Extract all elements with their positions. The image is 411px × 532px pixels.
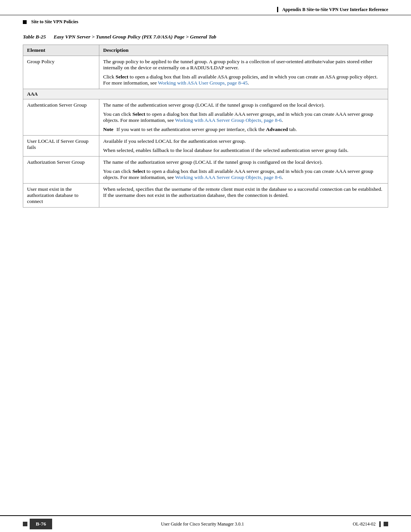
element-label: Authentication Server Group	[27, 102, 87, 108]
table-row: Authentication Server Group The name of …	[23, 99, 388, 136]
table-header-row: Element Description	[23, 45, 388, 56]
desc-para-2: Click Select to open a dialog box that l…	[103, 74, 384, 86]
page-wrapper: Appendix B Site-to-Site VPN User Interfa…	[0, 0, 411, 532]
table-description: Easy VPN Server > Tunnel Group Policy (P…	[54, 34, 216, 40]
table-row: User LOCAL if Server Group fails Availab…	[23, 136, 388, 157]
link-aaa-server-group-2[interactable]: Working with AAA Server Group Objects, p…	[175, 174, 282, 180]
element-label: Authorization Server Group	[27, 159, 84, 165]
desc-para-auth-2: You can click Select to open a dialog bo…	[103, 111, 384, 123]
select-bold-1: Select	[116, 74, 129, 80]
desc-para-1: The group policy to be applied to the tu…	[103, 59, 384, 71]
note-label: Note	[103, 126, 113, 133]
link-asa-user-groups[interactable]: Working with ASA User Groups, page 8-45	[158, 80, 248, 86]
desc-para-local-2: When selected, enables fallback to the l…	[103, 147, 384, 153]
table-number: Table B-25	[23, 34, 46, 40]
footer-center-text: User Guide for Cisco Security Manager 3.…	[161, 521, 244, 527]
footer-right-bullet	[384, 522, 388, 526]
footer: B-76 User Guide for Cisco Security Manag…	[0, 515, 411, 532]
section-header-aaa-cell: AAA	[23, 89, 388, 99]
element-label: User must exist in the authorization dat…	[27, 186, 78, 204]
desc-cell-user-local: Available if you selected LOCAL for the …	[99, 136, 388, 157]
element-cell-user-must-exist: User must exist in the authorization dat…	[23, 184, 99, 208]
element-cell-authz-server: Authorization Server Group	[23, 157, 99, 184]
desc-cell-user-must-exist: When selected, specifies that the userna…	[99, 184, 388, 208]
note-row-auth: Note If you want to set the authenticati…	[103, 126, 384, 133]
element-cell-user-local: User LOCAL if Server Group fails	[23, 136, 99, 157]
desc-para-authz-1: The name of the authorization server gro…	[103, 159, 384, 165]
element-label: User LOCAL if Server Group fails	[27, 138, 88, 150]
desc-cell-group-policy: The group policy to be applied to the tu…	[99, 56, 388, 89]
table-row: Authorization Server Group The name of t…	[23, 157, 388, 184]
link-aaa-server-group-1[interactable]: Working with AAA Server Group Objects, p…	[175, 117, 282, 123]
desc-para-auth-1: The name of the authentication server gr…	[103, 102, 384, 108]
main-content: Table B-25 Easy VPN Server > Tunnel Grou…	[0, 30, 411, 219]
main-table: Element Description Group Policy The gro…	[23, 45, 388, 208]
select-bold-3: Select	[132, 168, 145, 174]
breadcrumb-text: Site to Site VPN Policies	[31, 19, 78, 25]
footer-bullet	[23, 522, 27, 526]
footer-left: B-76	[23, 519, 52, 529]
footer-doc-number: OL-8214-02	[353, 521, 381, 527]
desc-para-must-1: When selected, specifies that the userna…	[103, 186, 384, 198]
table-title: Table B-25 Easy VPN Server > Tunnel Grou…	[23, 34, 388, 40]
col-header-description: Description	[99, 45, 388, 56]
footer-page-number: B-76	[30, 519, 52, 529]
desc-para-local-1: Available if you selected LOCAL for the …	[103, 138, 384, 144]
element-cell-group-policy: Group Policy	[23, 56, 99, 89]
desc-cell-auth-server: The name of the authentication server gr…	[99, 99, 388, 136]
subheader: Site to Site VPN Policies	[0, 17, 411, 30]
table-row: Group Policy The group policy to be appl…	[23, 56, 388, 89]
breadcrumb-bullet	[23, 20, 27, 24]
element-label: Group Policy	[27, 59, 54, 64]
advanced-bold: Advanced	[266, 126, 288, 132]
desc-cell-authz-server: The name of the authorization server gro…	[99, 157, 388, 184]
note-text: If you want to set the authentication se…	[116, 126, 297, 133]
section-header-aaa: AAA	[23, 89, 388, 99]
header-right-text: Appendix B Site-to-Site VPN User Interfa…	[277, 7, 388, 12]
breadcrumb: Site to Site VPN Policies	[23, 19, 388, 25]
footer-right: OL-8214-02	[353, 521, 388, 527]
element-cell-auth-server: Authentication Server Group	[23, 99, 99, 136]
desc-para-authz-2: You can click Select to open a dialog bo…	[103, 168, 384, 181]
select-bold-2: Select	[132, 111, 145, 117]
table-row: User must exist in the authorization dat…	[23, 184, 388, 208]
header-right: Appendix B Site-to-Site VPN User Interfa…	[277, 7, 388, 13]
header-bar: Appendix B Site-to-Site VPN User Interfa…	[0, 0, 411, 15]
col-header-element: Element	[23, 45, 99, 56]
